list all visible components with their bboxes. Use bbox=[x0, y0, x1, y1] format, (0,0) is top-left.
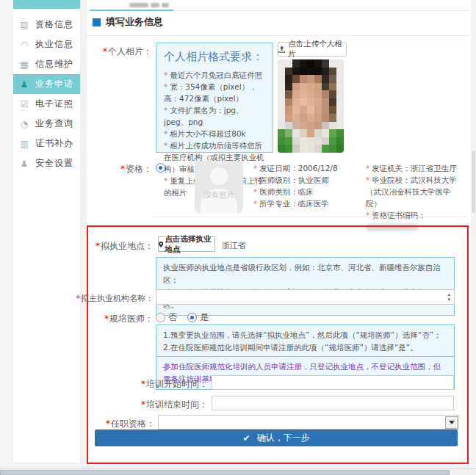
personal-photo-label: *个人相片： bbox=[103, 46, 152, 58]
certificate-info-item: *所学专业：临床医学 bbox=[253, 197, 365, 209]
check-icon: ✔ bbox=[242, 433, 250, 443]
main-org-label: *拟主执业机构名称： bbox=[76, 293, 154, 304]
sidebar-menu: ▤ 资格信息 ◠ 执业信息 ▦ 信息维护 ♟ 业务申请 bbox=[13, 9, 80, 173]
bullet-icon: * bbox=[164, 82, 167, 91]
chevron-down-icon bbox=[449, 421, 455, 424]
sidebar-item[interactable]: ◠ 执业信息 bbox=[13, 35, 80, 54]
trainee-radio-yes[interactable] bbox=[187, 313, 197, 322]
no-photo-placeholder: 没有照片 bbox=[195, 161, 243, 213]
tab-redacted-text bbox=[129, 3, 148, 7]
divider bbox=[87, 35, 471, 36]
page-title: 填写业务信息 bbox=[106, 15, 163, 29]
bullet-icon: * bbox=[164, 106, 167, 115]
sidebar-item[interactable]: ♟ 安全设置 bbox=[13, 153, 80, 173]
sidebar-item-icon: ▥ bbox=[13, 139, 35, 149]
app-screen: ▤ 资格信息 ◠ 执业信息 ▦ 信息维护 ♟ 业务申请 bbox=[0, 0, 476, 475]
trainee-label: *规培医师： bbox=[104, 313, 154, 325]
upload-photo-button[interactable]: 点击上传个人相片 bbox=[278, 42, 347, 57]
sidebar-item[interactable]: ▥ 证书补办 bbox=[13, 134, 80, 153]
sidebar-item-icon: ♟ bbox=[13, 79, 35, 90]
tab-bar bbox=[87, 0, 471, 11]
sidebar-item-icon: ◠ bbox=[13, 40, 35, 50]
photo-requirement-item: *宽：354像素（pixel），高：472像素（pixel） bbox=[164, 81, 265, 104]
certificate-info-item: *发证机关：浙江省卫生厅 bbox=[366, 162, 466, 174]
sidebar-item-icon: ◔ bbox=[13, 119, 35, 129]
trainee-option-yes-label[interactable]: 是 bbox=[200, 311, 209, 324]
sidebar-item-label: 执业信息 bbox=[35, 38, 80, 51]
photo-requirement-item: *文件扩展名为：jpg、jpeg、png bbox=[164, 104, 265, 128]
silhouette-head-icon bbox=[210, 167, 228, 185]
practice-location-value: 浙江省 bbox=[222, 240, 246, 251]
sidebar-item-icon: ▦ bbox=[13, 59, 35, 70]
sidebar-item[interactable]: ▤ 资格信息 bbox=[13, 15, 80, 35]
certificate-info-right: *发证机关：浙江省卫生厅 *毕业院校：武汉科技大学（武汉冶金科技大学医学院） *… bbox=[366, 162, 466, 233]
section-marker-icon bbox=[93, 18, 101, 26]
sidebar-item-label: 业务申请 bbox=[35, 78, 80, 90]
sidebar-item[interactable]: ☑ 电子证照 bbox=[13, 94, 80, 114]
no-photo-text: 没有照片 bbox=[195, 190, 243, 200]
bullet-icon: * bbox=[366, 164, 369, 173]
certificate-info-left: *发证日期：2006/12/8 *医师级别：执业医师 *医师类别：临床 *所学专… bbox=[253, 162, 365, 209]
section-header: 填写业务信息 bbox=[93, 15, 163, 29]
qualification-radio[interactable] bbox=[156, 163, 165, 173]
bullet-icon: * bbox=[366, 211, 369, 220]
sidebar-item[interactable]: ▦ 信息维护 bbox=[13, 54, 80, 74]
sidebar-top-accent-bar bbox=[13, 0, 80, 9]
trainee-option-no-label[interactable]: 否 bbox=[168, 311, 177, 324]
sidebar: ▤ 资格信息 ◠ 执业信息 ▦ 信息维护 ♟ 业务申请 bbox=[13, 0, 81, 463]
note-line: 1.预变更执业范围，请先选择“拟执业地点”，然后此项（“规培医师”）选择“否”； bbox=[163, 329, 447, 341]
training-start-label: *培训开始时间： bbox=[141, 378, 208, 391]
vertical-scrollbar-thumb[interactable] bbox=[472, 151, 475, 213]
bullet-icon: * bbox=[164, 70, 167, 79]
photo-requirement-item: *最近六个月免冠白底证件照 bbox=[164, 69, 265, 81]
trainee-note: 1.预变更执业范围，请先选择“拟执业地点”，然后此项（“规培医师”）选择“否”；… bbox=[156, 324, 455, 358]
photo-requirements-title: 个人相片格式要求： bbox=[164, 50, 265, 64]
certificate-info-item: *医师类别：临床 bbox=[253, 186, 365, 197]
uploaded-portrait-photo[interactable] bbox=[278, 59, 344, 153]
confirm-next-button[interactable]: ✔ 确认，下一步 bbox=[95, 429, 458, 446]
bullet-icon: * bbox=[366, 175, 369, 184]
bullet-icon: * bbox=[253, 199, 257, 208]
bullet-icon: * bbox=[253, 175, 257, 184]
dropdown-button[interactable] bbox=[445, 416, 458, 429]
bullet-icon: * bbox=[164, 141, 167, 150]
horizontal-scrollbar-thumb[interactable] bbox=[0, 470, 450, 475]
bullet-icon: * bbox=[253, 164, 257, 173]
training-end-input[interactable] bbox=[212, 396, 454, 410]
combobox-arrows-icon: ▴▾ bbox=[447, 292, 450, 302]
qualification-label: *资格： bbox=[120, 163, 152, 175]
sidebar-item-label: 电子证照 bbox=[35, 98, 80, 110]
main-org-select[interactable]: ▴▾ bbox=[156, 289, 455, 305]
sidebar-item-label: 证书补办 bbox=[35, 137, 80, 150]
highlighted-form-area: *拟执业地点： 点击选择执业地点 浙江省 执业医师的执业地点是省级行政区划，例如… bbox=[87, 225, 469, 464]
bullet-icon: * bbox=[164, 176, 167, 185]
main-content: 填写业务信息 *个人相片： 个人相片格式要求： *最近六个月免冠白底证件照 *宽… bbox=[87, 0, 471, 464]
certificate-info-item: *毕业院校：武汉科技大学（武汉冶金科技大学医学院） bbox=[366, 174, 466, 209]
tab-redacted-text bbox=[162, 3, 169, 7]
photo-requirements-box: 个人相片格式要求： *最近六个月免冠白底证件照 *宽：354像素（pixel），… bbox=[156, 43, 273, 153]
note-line: 执业医师的执业地点是省级行政区划，例如：北京市、河北省、新疆维吾尔族自治区； bbox=[163, 261, 447, 286]
sidebar-item-icon: ♟ bbox=[13, 159, 35, 169]
tab-redacted-text bbox=[151, 3, 159, 7]
upload-icon bbox=[278, 46, 285, 53]
sidebar-item-icon: ☑ bbox=[13, 99, 35, 109]
divider bbox=[153, 217, 468, 217]
training-start-input[interactable] bbox=[212, 375, 454, 390]
trainee-radio-no[interactable] bbox=[156, 313, 165, 322]
sidebar-item-label: 资格信息 bbox=[35, 18, 80, 31]
horizontal-scrollbar[interactable] bbox=[0, 468, 476, 475]
post-qualification-label: *任职资格： bbox=[106, 418, 155, 430]
training-end-label: *培训结束时间： bbox=[141, 399, 208, 411]
choose-practice-location-button[interactable]: 点击选择执业地点 bbox=[158, 236, 215, 252]
post-qualification-select[interactable] bbox=[158, 415, 459, 429]
active-tab[interactable] bbox=[90, 0, 173, 11]
bullet-icon: * bbox=[164, 129, 167, 138]
certificate-info-item: *发证日期：2006/12/8 bbox=[253, 162, 365, 174]
sidebar-item[interactable]: ♟ 业务申请 bbox=[13, 74, 80, 94]
photo-requirement-item: *相片大小不得超过80k bbox=[164, 128, 265, 139]
note-line: 2.在住院医师规范化培训期间申请注册的此项（“规培医师”）请选择“是”。 bbox=[163, 341, 447, 354]
practice-location-label: *拟执业地点： bbox=[95, 240, 154, 253]
bullet-icon: * bbox=[253, 187, 257, 196]
sidebar-item[interactable]: ◔ 业务查询 bbox=[13, 114, 80, 134]
sidebar-item-label: 安全设置 bbox=[35, 157, 80, 170]
